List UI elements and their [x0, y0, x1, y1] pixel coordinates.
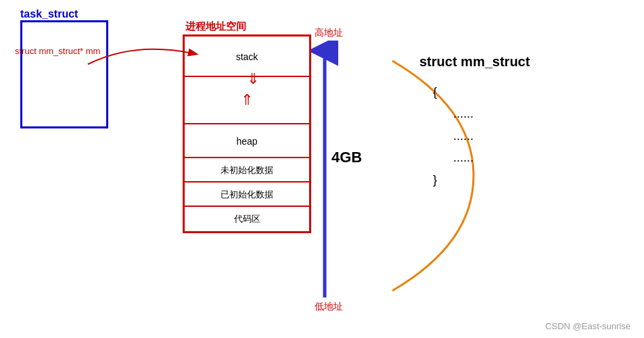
diagram: task_struct struct mm_struct* mm 进程地址空间 … [0, 0, 644, 338]
mm-struct-dots2: ...... [453, 125, 474, 147]
process-space-container: 进程地址空间 stack ⇓ ⇑ heap 未初始化数据 已初始化数据 [183, 20, 311, 233]
mm-struct-title: struct mm_struct [419, 54, 530, 70]
segment-stack: stack ⇓ [185, 37, 309, 77]
segment-empty: ⇑ [185, 77, 309, 124]
segment-uninit-data: 未初始化数据 [185, 158, 309, 183]
mm-struct-body: { ...... ...... ...... } [433, 81, 474, 191]
low-addr-label: 低地址 [315, 301, 343, 313]
arrow-up-icon: ⇑ [241, 91, 253, 109]
segment-heap: heap [185, 124, 309, 158]
mm-struct-dots1: ...... [453, 103, 474, 124]
task-struct-box [20, 20, 108, 128]
size-label: 4GB [331, 149, 362, 166]
mm-struct-close-brace: } [433, 169, 474, 191]
segment-code: 代码区 [185, 207, 309, 231]
process-space-title: 进程地址空间 [183, 20, 311, 33]
segment-init-data: 已初始化数据 [185, 183, 309, 207]
mm-struct-open-brace: { [433, 81, 474, 103]
watermark: CSDN @East-sunrise [545, 321, 630, 331]
task-struct-label: task_struct [20, 8, 78, 20]
mm-pointer-label: struct mm_struct* mm [15, 46, 100, 56]
blue-arrow-svg [311, 41, 338, 304]
process-space-box: stack ⇓ ⇑ heap 未初始化数据 已初始化数据 代码区 [183, 34, 311, 233]
high-addr-label: 高地址 [315, 27, 343, 39]
mm-struct-dots3: ...... [453, 147, 474, 168]
